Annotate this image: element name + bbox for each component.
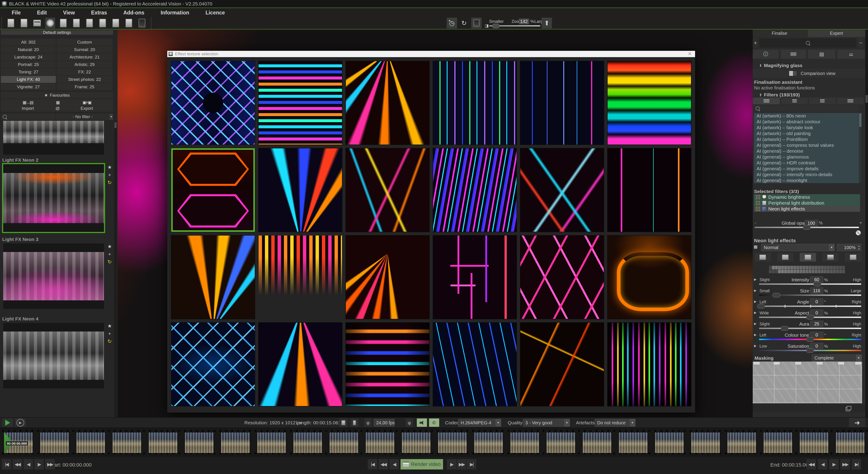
filter-list-item-1[interactable]: AI (artwork) – abstract contour (754, 119, 859, 125)
texture-swatch[interactable] (769, 270, 772, 273)
export-button[interactable]: ▣+▣ Export (61, 99, 113, 112)
filter-list-item-4[interactable]: AI (artwork) – Pointillism (754, 136, 859, 142)
category-button-8[interactable]: Toning: 27 (1, 68, 56, 75)
artefacts-dropdown[interactable]: Do not reduce▼ (595, 419, 636, 427)
texture-swatch[interactable] (836, 270, 839, 273)
timeline-frame-14[interactable] (510, 433, 539, 453)
slider-thumb[interactable] (806, 337, 814, 342)
texture-swatch[interactable] (830, 266, 833, 269)
filter-list-item-7[interactable]: AI (general) – glamorous (754, 154, 859, 160)
list-detail-icon[interactable] (753, 98, 780, 104)
expand-icon[interactable]: ▶ (754, 344, 756, 347)
checkbox-icon[interactable] (756, 207, 760, 211)
category-button-12[interactable]: Vignette: 27 (1, 83, 56, 90)
opacity-minus-button[interactable]: - (754, 221, 756, 226)
filter-list-item-9[interactable]: AI (general) – improve details (754, 166, 859, 172)
texture-swatch[interactable] (827, 270, 830, 273)
new-file-icon[interactable] (6, 18, 16, 29)
preset-thumb-light-fx-neon-4[interactable] (3, 323, 104, 388)
sidebar-scrollbar[interactable] (114, 121, 117, 417)
frame-texture-icon[interactable] (754, 253, 771, 262)
timeline-frame-20[interactable] (727, 433, 756, 453)
texture-tile-22[interactable] (433, 323, 517, 406)
texture-swatch[interactable] (842, 270, 845, 273)
texture-swatch[interactable] (809, 270, 811, 273)
slider-track[interactable] (759, 339, 861, 340)
step-fwd-button[interactable]: ▶ (34, 459, 44, 470)
timeline-frame-6[interactable] (221, 433, 250, 453)
texture-swatch[interactable] (833, 270, 836, 273)
fast-back-button[interactable]: ◀◀ (379, 459, 388, 470)
go-end-button[interactable]: ▶| (467, 459, 476, 470)
masking-dropdown[interactable]: Complete ▼ (812, 354, 862, 361)
print-icon[interactable] (71, 18, 81, 29)
slider-track[interactable] (759, 316, 861, 318)
comparison-toggle[interactable] (789, 71, 797, 76)
texture-swatch[interactable] (806, 270, 808, 273)
fast-back-button[interactable]: ◀◀ (13, 459, 22, 470)
add-texture-icon[interactable] (777, 253, 794, 262)
texture-swatch[interactable] (772, 270, 775, 273)
filter-list-item-2[interactable]: AI (artwork) – fairytale look (754, 125, 859, 131)
texture-swatch[interactable] (790, 266, 793, 269)
filters-section[interactable]: ⬆ Filters (193/193) (759, 92, 800, 98)
histogram-icon[interactable] (137, 18, 147, 29)
slider-track[interactable] (759, 350, 861, 351)
texture-tile-10[interactable] (433, 148, 517, 232)
category-button-3[interactable]: Surreal: 20 (57, 46, 113, 53)
selected-filter-0[interactable]: Dynamic brightness (754, 194, 860, 200)
fast-fwd-button[interactable]: ▶▶ (457, 459, 466, 470)
texture-swatch[interactable] (796, 270, 799, 273)
zoom-slider-thumb[interactable] (492, 24, 500, 28)
add-filter-button[interactable]: + (753, 38, 758, 47)
raw-develop-icon[interactable]: RAW (32, 18, 42, 29)
duplicate-icon[interactable] (847, 406, 851, 410)
mask-handle[interactable] (795, 362, 802, 365)
sliders-icon[interactable]: ⚌ (837, 50, 865, 59)
texture-swatch[interactable] (802, 266, 805, 269)
category-button-7[interactable]: Artistic: 29 (57, 61, 113, 68)
gradient-icon[interactable] (822, 253, 839, 262)
timeline-frame-23[interactable] (836, 433, 865, 453)
expand-icon[interactable]: ▶ (754, 333, 756, 336)
quality-dropdown[interactable]: 3 - Very good▼ (523, 419, 570, 427)
slider-thumb[interactable] (773, 293, 780, 297)
filter-list-item-0[interactable]: AI (artwork) – 80s neon (754, 113, 859, 119)
export-file-icon[interactable] (98, 18, 107, 29)
preset-thumb-light-fx-neon-3[interactable] (3, 243, 104, 309)
filter-list-scrollbar[interactable] (859, 113, 862, 183)
step-fwd-button[interactable]: ▶ (829, 459, 839, 470)
close-icon[interactable]: ✕ (688, 51, 692, 57)
texture-swatch[interactable] (842, 266, 845, 269)
go-end-button[interactable]: ▶| (852, 459, 861, 470)
timeline-frame-7[interactable] (257, 433, 286, 453)
timeline-frame-16[interactable] (583, 433, 612, 453)
texture-swatch[interactable] (794, 270, 796, 273)
filmstrip-icon[interactable] (111, 18, 121, 29)
texture-swatch[interactable] (784, 270, 787, 273)
render-video-button[interactable]: Render video (401, 459, 443, 470)
texture-tile-23[interactable] (520, 323, 604, 406)
slider-track[interactable] (759, 306, 861, 307)
texture-swatch[interactable] (772, 266, 775, 269)
timeline-frame-5[interactable] (185, 433, 214, 453)
slider-thumb[interactable] (806, 348, 814, 353)
play-button[interactable] (2, 418, 13, 427)
clipboard-icon[interactable]: ▤ (808, 50, 835, 59)
filmstrip[interactable]: 00:00:00.000 (0, 428, 868, 456)
timeline-frame-8[interactable] (293, 433, 322, 453)
list-preview-icon[interactable] (809, 98, 836, 104)
slider-value-input[interactable]: 116 (810, 287, 823, 294)
filter-search-input[interactable] (754, 105, 859, 111)
texture-swatch[interactable] (812, 266, 814, 269)
category-button-9[interactable]: FX: 22 (57, 68, 113, 75)
spinner-arrows[interactable]: ▲▼ (857, 245, 861, 250)
expand-icon[interactable]: ▶ (754, 311, 756, 314)
texture-swatch[interactable] (778, 270, 781, 273)
texture-swatch[interactable] (824, 270, 827, 273)
aspect-lock-icon[interactable]: φ (406, 418, 413, 427)
fast-back-button[interactable]: ◀◀ (807, 459, 816, 470)
mask-handle[interactable] (855, 362, 862, 365)
category-button-4[interactable]: Landscape: 24 (1, 54, 56, 61)
mask-handle[interactable] (838, 362, 844, 365)
